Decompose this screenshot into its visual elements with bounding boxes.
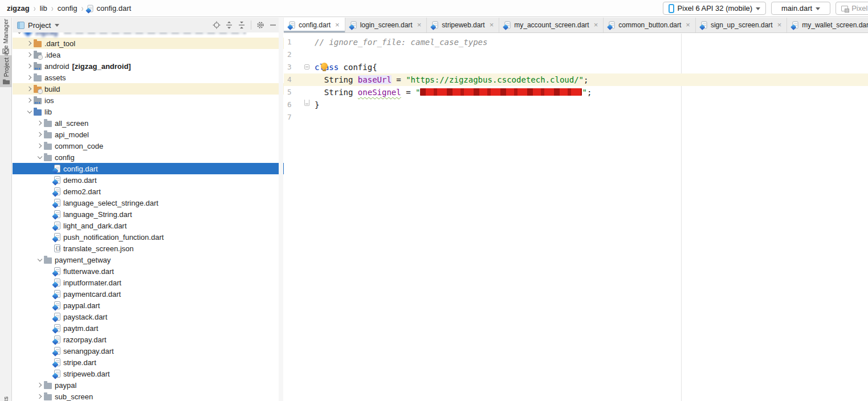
tree-row-build[interactable]: build — [13, 83, 284, 95]
code-line-1[interactable]: 1// ignore_for_file: camel_case_types — [284, 36, 868, 48]
tab-stripeweb.dart[interactable]: stripeweb.dart× — [427, 18, 499, 32]
tree-row-zigzag[interactable]: zigzag — [13, 32, 284, 38]
tool-button-project[interactable]: Project — [0, 55, 12, 87]
chevron-right-icon[interactable] — [25, 76, 34, 79]
chevron-right-icon[interactable] — [35, 383, 44, 387]
tree-scrollbar[interactable] — [279, 18, 283, 401]
tree-row-language_String.dart[interactable]: language_String.dart — [13, 208, 284, 220]
chevron-down-icon[interactable] — [25, 111, 34, 113]
code-editor[interactable]: 1// ignore_for_file: camel_case_types23c… — [284, 34, 868, 401]
fold-start-icon[interactable] — [304, 64, 309, 69]
tree-row-config.dart[interactable]: config.dart — [13, 163, 284, 174]
intention-bulb-icon[interactable] — [321, 63, 328, 69]
device-selector-dropdown[interactable]: Pixel 6 API 32 (mobile) — [663, 2, 767, 15]
code-line-5[interactable]: 5 String oneSignel = ""; — [284, 86, 868, 99]
breadcrumb-item-zigzag[interactable]: zigzag — [7, 4, 30, 13]
code-token: " — [582, 88, 586, 97]
tree-row-demo2.dart[interactable]: demo2.dart — [13, 186, 284, 197]
breadcrumb-item-config[interactable]: config — [58, 4, 78, 13]
chevron-down-icon[interactable] — [35, 259, 44, 261]
dart-file-icon — [54, 279, 60, 287]
tree-row-paymentcard.dart[interactable]: paymentcard.dart — [13, 288, 284, 300]
tree-row-push_notification_function.dart[interactable]: push_notification_function.dart — [13, 231, 284, 243]
code-line-2[interactable]: 2 — [284, 48, 868, 61]
chevron-right-icon[interactable] — [25, 64, 34, 68]
chevron-right-icon[interactable] — [25, 99, 34, 102]
tree-row-stripe.dart[interactable]: stripe.dart — [13, 357, 284, 368]
chevron-down-icon[interactable] — [35, 156, 44, 158]
locate-file-icon[interactable] — [210, 19, 223, 31]
tree-row-config[interactable]: config — [13, 152, 284, 163]
tab-login_screen.dart[interactable]: login_screen.dart× — [345, 18, 427, 32]
tree-item-label: .idea — [44, 51, 60, 59]
tree-row-payment_getway[interactable]: payment_getway — [13, 254, 284, 265]
tree-row-ios[interactable]: ios — [13, 95, 284, 106]
tree-row-flutterwave.dart[interactable]: flutterwave.dart — [13, 265, 284, 277]
code-line-6[interactable]: 6} — [284, 99, 868, 111]
run-config-dropdown[interactable]: main.dart — [771, 2, 830, 15]
hide-panel-icon[interactable] — [267, 19, 279, 31]
json-file-icon — [54, 244, 60, 252]
expand-all-icon[interactable] — [223, 19, 235, 31]
chevron-right-icon[interactable] — [25, 87, 34, 91]
breadcrumb-item-lib[interactable]: lib — [40, 4, 47, 13]
project-panel-title[interactable]: Project — [28, 21, 51, 30]
tree-row-inputformater.dart[interactable]: inputformater.dart — [13, 277, 284, 288]
tab-sign_up_screen.dart[interactable]: sign_up_screen.dart× — [696, 18, 787, 32]
tree-row-android[interactable]: android[zigzag_android] — [13, 60, 284, 72]
folder-icon — [44, 394, 52, 400]
chevron-right-icon[interactable] — [35, 144, 44, 148]
resource-manager-icon[interactable] — [2, 48, 10, 55]
tree-row-sub_screen[interactable]: sub_screen — [13, 391, 284, 401]
fold-end-icon[interactable] — [304, 100, 309, 106]
chevron-right-icon[interactable] — [25, 53, 34, 56]
tree-row-senangpay.dart[interactable]: senangpay.dart — [13, 345, 284, 357]
chevron-right-icon[interactable] — [35, 133, 44, 136]
code-line-4[interactable]: 4 String baseUrl = "https://zigzagbus.cs… — [284, 73, 868, 86]
tab-config.dart[interactable]: config.dart× — [284, 18, 345, 32]
chevron-right-icon[interactable] — [35, 395, 44, 398]
collapse-all-icon[interactable] — [235, 19, 248, 31]
tab-my_account_screen.dart[interactable]: my_account_screen.dart× — [499, 18, 604, 32]
tree-row-api_model[interactable]: api_model — [13, 129, 284, 140]
chevron-down-icon[interactable] — [15, 32, 23, 33]
tree-row-paytm.dart[interactable]: paytm.dart — [13, 322, 284, 334]
breadcrumb-item-config.dart[interactable]: config.dart — [96, 4, 131, 13]
tab-my_wallet_screen.dart[interactable]: my_wallet_screen.dart× — [787, 18, 868, 32]
tree-row-razorpay.dart[interactable]: razorpay.dart — [13, 334, 284, 345]
close-icon[interactable]: × — [777, 22, 782, 28]
tree-row-.dart_tool[interactable]: .dart_tool — [13, 38, 284, 49]
tree-row-assets[interactable]: assets — [13, 72, 284, 83]
close-icon[interactable]: × — [490, 22, 494, 28]
editor-zone: config.dart×login_screen.dart×stripeweb.… — [284, 18, 868, 401]
tree-row-demo.dart[interactable]: demo.dart — [13, 174, 284, 186]
tree-row-.idea[interactable]: .idea — [13, 49, 284, 60]
project-tool-window: Project zigzag.dart_tool.ideaandroid[zig… — [13, 18, 284, 401]
chevron-right-icon[interactable] — [25, 42, 34, 45]
tab-label: my_wallet_screen.dart — [802, 21, 868, 29]
code-line-3[interactable]: 3class config{ — [284, 61, 868, 73]
device-manager-button[interactable]: Pixel 6 API — [836, 2, 868, 15]
tree-row-lib[interactable]: lib — [13, 106, 284, 117]
close-icon[interactable]: × — [594, 22, 598, 28]
tree-row-paypal[interactable]: paypal — [13, 379, 284, 391]
chevron-down-icon[interactable] — [55, 24, 59, 29]
close-icon[interactable]: × — [335, 22, 340, 28]
tree-row-paypal.dart[interactable]: paypal.dart — [13, 300, 284, 311]
tree-row-language_select_stringe.dart[interactable]: language_select_stringe.dart — [13, 197, 284, 208]
tree-item-label: language_String.dart — [63, 210, 132, 219]
left-tool-stripe: Resource Manager Project ks — [0, 18, 12, 401]
code-line-7[interactable]: 7 — [284, 111, 868, 124]
close-icon[interactable]: × — [417, 22, 422, 28]
tree-row-paystack.dart[interactable]: paystack.dart — [13, 311, 284, 322]
tab-common_button.dart[interactable]: common_button.dart× — [604, 18, 696, 32]
chevron-right-icon[interactable] — [35, 121, 44, 125]
tree-row-translate_screen.json[interactable]: translate_screen.json — [13, 243, 284, 254]
gear-icon[interactable] — [254, 19, 267, 31]
tree-row-stripeweb.dart[interactable]: stripeweb.dart — [13, 368, 284, 379]
close-icon[interactable]: × — [686, 22, 690, 28]
tree-row-all_screen[interactable]: all_screen — [13, 117, 284, 129]
tree-row-common_code[interactable]: common_code — [13, 140, 284, 152]
tree-row-light_and_dark.dart[interactable]: light_and_dark.dart — [13, 220, 284, 231]
tool-button-bottom-partial[interactable]: ks — [2, 396, 9, 401]
